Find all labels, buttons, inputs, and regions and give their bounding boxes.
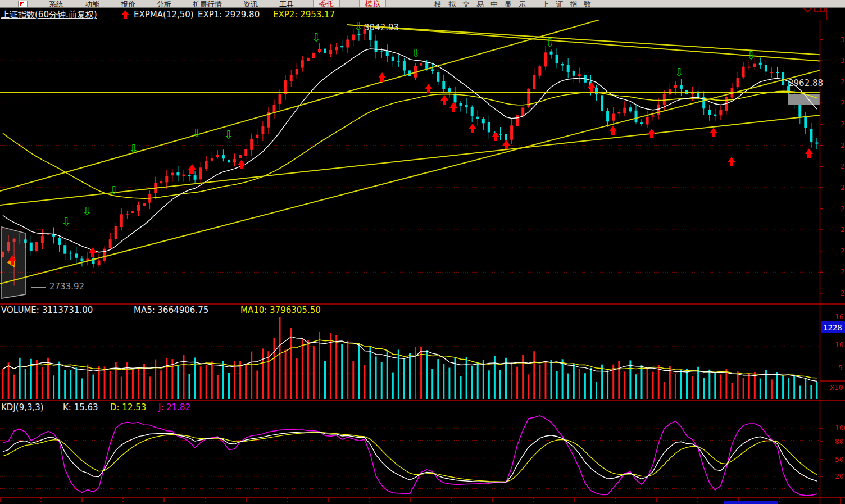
- app-icon: [18, 1, 28, 8]
- svg-text:50: 50: [835, 455, 844, 464]
- svg-text:10: 10: [835, 340, 844, 349]
- svg-text:⇩: ⇩: [61, 215, 71, 229]
- exp1-value-label: EXP1: 2929.80: [198, 10, 260, 20]
- svg-text:⇩: ⇩: [674, 66, 684, 79]
- svg-text:16: 16: [835, 312, 844, 321]
- svg-text:⇩: ⇩: [746, 49, 756, 62]
- low-price-label: 2733.92: [49, 281, 84, 292]
- menu-item-tools[interactable]: 工具: [279, 0, 294, 8]
- svg-text:2975.00: 2975.00: [841, 78, 845, 86]
- volume-header: VOLUME: 3113731.00 MA5: 3664906.75 MA10:…: [0, 305, 820, 315]
- svg-text:⇩: ⇩: [82, 205, 92, 218]
- low-price-marker: [31, 287, 46, 288]
- expma-up-arrow-icon: [121, 10, 129, 15]
- svg-text:⇩: ⇩: [129, 142, 139, 156]
- svg-text:2775.00: 2775.00: [841, 247, 845, 255]
- svg-text:20: 20: [835, 472, 844, 480]
- svg-text:2750.00: 2750.00: [841, 268, 845, 276]
- svg-text:⇩: ⇩: [192, 126, 202, 140]
- title-separator: [826, 8, 827, 20]
- svg-text:2850.00: 2850.00: [841, 184, 845, 192]
- svg-text:2875.00: 2875.00: [841, 162, 845, 170]
- menu-item-system[interactable]: 系统: [49, 0, 63, 8]
- chart-title-row: 上证指数(60分钟.前复权) EXPMA(12,50) EXP1: 2929.8…: [0, 8, 845, 20]
- svg-text:⇩: ⇩: [411, 47, 421, 60]
- trading-app-window: 系统 功能 报价 分析 扩展行情 资讯 工具 委托 模拟 模拟交易中显示 上证指…: [0, 0, 845, 504]
- kdj-header: KDJ(9,3,3) K: 15.63 D: 12.53 J: 21.82: [0, 402, 820, 412]
- volume-ma10-label: MA10: 3796305.50: [240, 305, 321, 315]
- menu-bar: 系统 功能 报价 分析 扩展行情 资讯 工具 委托 模拟 模拟交易中显示 上证指…: [0, 0, 845, 8]
- svg-text:5: 5: [838, 364, 843, 372]
- svg-text:⇩: ⇩: [545, 36, 555, 49]
- kdj-j-label: J: 21.82: [158, 402, 190, 412]
- menu-item-quote[interactable]: 报价: [121, 0, 135, 8]
- menu-item-function[interactable]: 功能: [85, 0, 99, 8]
- exp2-value-label: EXP2: 2953.17: [273, 10, 335, 20]
- volume-ma5-label: MA5: 3664906.75: [134, 305, 208, 315]
- indicator-label: EXPMA(12,50): [134, 10, 194, 20]
- svg-text:2925.00: 2925.00: [841, 120, 845, 128]
- candlestick-chart-canvas[interactable]: ⇩⇩⇩⇩⇩⇩⇩⇩⇩⇩⇩⇩3025.003000.002975.002950.00…: [0, 0, 845, 504]
- kdj-k-label: K: 15.63: [63, 402, 98, 412]
- svg-text:2725.00: 2725.00: [841, 289, 845, 297]
- svg-text:2825.00: 2825.00: [841, 205, 845, 213]
- kdj-params-label: KDJ(9,3,3): [1, 402, 44, 412]
- svg-text:2950.00: 2950.00: [841, 99, 845, 107]
- svg-text:2900.00: 2900.00: [841, 142, 845, 149]
- svg-text:2800.00: 2800.00: [841, 226, 845, 234]
- svg-text:1228: 1228: [823, 323, 842, 332]
- svg-text:80: 80: [835, 437, 844, 446]
- volume-value-label: VOLUME: 3113731.00: [1, 305, 93, 315]
- svg-text:⇩: ⇩: [224, 128, 234, 142]
- peak-price-label: 3042.93: [364, 22, 399, 33]
- menu-item-analysis[interactable]: 分析: [157, 0, 171, 8]
- svg-text:⇩: ⇩: [109, 184, 119, 197]
- svg-text:⇩: ⇩: [311, 31, 321, 44]
- svg-text:X10: X10: [830, 383, 843, 392]
- menu-item-info[interactable]: 资讯: [243, 0, 258, 8]
- kdj-d-label: D: 12.53: [110, 402, 146, 412]
- current-price-label: 2962.88: [788, 78, 823, 88]
- svg-text:⇩: ⇩: [353, 20, 364, 33]
- menu-button-trade[interactable]: 委托: [313, 0, 340, 8]
- svg-text:100: 100: [835, 424, 845, 432]
- svg-text:3025.00: 3025.00: [841, 36, 845, 44]
- menu-status-text: 模拟交易中显示 上证指数: [434, 0, 598, 8]
- symbol-title: 上证指数(60分钟.前复权): [1, 10, 97, 20]
- svg-text:3000.00: 3000.00: [841, 57, 845, 65]
- menu-button-sim[interactable]: 模拟: [359, 0, 386, 8]
- menu-item-extended[interactable]: 扩展行情: [193, 0, 222, 8]
